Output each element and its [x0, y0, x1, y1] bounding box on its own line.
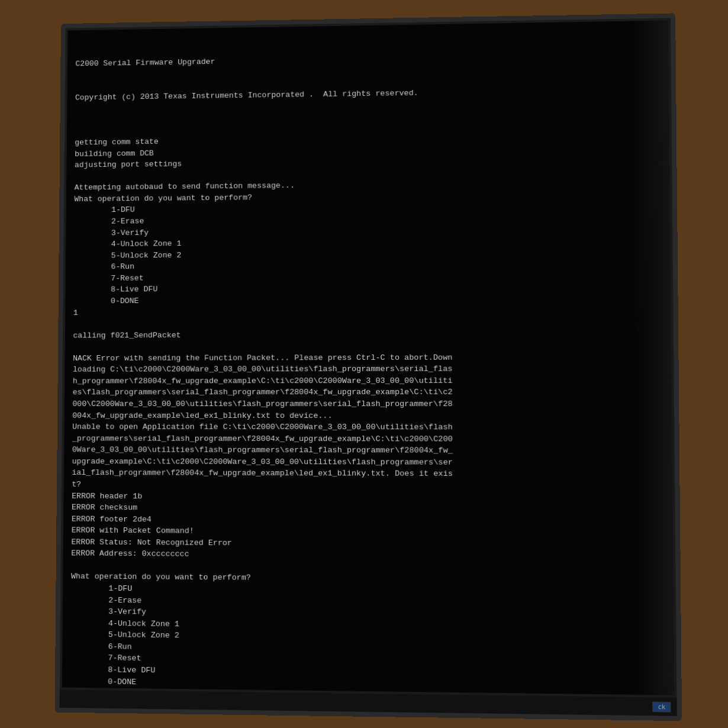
terminal-lines: getting comm statebuilding comm DCBadjus…	[70, 118, 665, 694]
screen-glare	[632, 20, 674, 695]
title-line: C2000 Serial Firmware Upgrader	[75, 50, 660, 70]
terminal-line-21: loading C:\ti\c2000\C2000Ware_3_03_00_00…	[73, 363, 663, 375]
monitor: C2000 Serial Firmware Upgrader Copyright…	[55, 13, 682, 721]
terminal-line-22: h_programmer\f28004x_fw_upgrade_example\…	[73, 375, 663, 387]
copyright-line: Copyright (c) 2013 Texas Instruments Inc…	[75, 84, 661, 104]
screen: C2000 Serial Firmware Upgrader Copyright…	[62, 20, 675, 695]
taskbar-button[interactable]: ck	[652, 701, 671, 712]
terminal-line-24: 000\C2000Ware_3_03_00_00\utilities\flash…	[72, 398, 663, 410]
terminal-line-19	[73, 340, 662, 353]
terminal-line-23: es\flash_programmers\serial_flash_progra…	[73, 386, 663, 398]
terminal-line-26: Unable to open Application file C:\ti\c2…	[72, 421, 663, 434]
terminal-line-27: _programmers\serial_flash_programmer\f28…	[72, 433, 663, 445]
terminal-line-20: NACK Error with sending the Function Pac…	[73, 352, 663, 365]
terminal-line-28: 0Ware_3_03_00_00\utilities\flash_program…	[72, 444, 664, 458]
terminal-output: C2000 Serial Firmware Upgrader Copyright…	[62, 20, 675, 695]
terminal-line-25: 004x_fw_upgrade_example\led_ex1_blinky.t…	[72, 410, 663, 422]
terminal-line-30: ial_flash_programmer\f28004x_fw_upgrade_…	[72, 467, 663, 481]
